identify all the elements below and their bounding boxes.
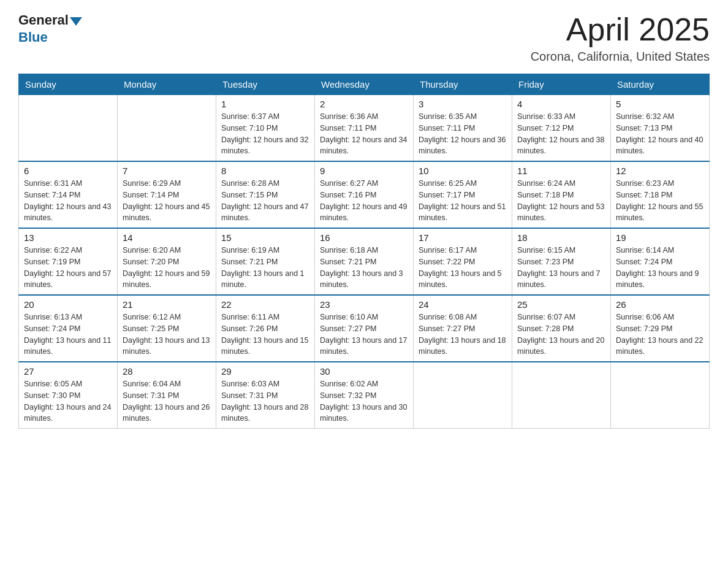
cell-sun-info: Sunrise: 6:15 AMSunset: 7:23 PMDaylight:…: [517, 245, 605, 291]
cell-day-number: 7: [123, 166, 211, 176]
calendar-cell: [611, 362, 710, 429]
calendar-week-row: 1Sunrise: 6:37 AMSunset: 7:10 PMDaylight…: [19, 95, 710, 162]
calendar-cell: 29Sunrise: 6:03 AMSunset: 7:31 PMDayligh…: [216, 362, 315, 429]
cell-sun-info: Sunrise: 6:35 AMSunset: 7:11 PMDaylight:…: [419, 111, 507, 157]
calendar-header-row: SundayMondayTuesdayWednesdayThursdayFrid…: [19, 74, 710, 95]
cell-day-number: 4: [517, 99, 605, 109]
cell-sun-info: Sunrise: 6:17 AMSunset: 7:22 PMDaylight:…: [419, 245, 507, 291]
calendar-cell: 7Sunrise: 6:29 AMSunset: 7:14 PMDaylight…: [118, 161, 216, 228]
cell-day-number: 15: [221, 232, 309, 243]
calendar-cell: 15Sunrise: 6:19 AMSunset: 7:21 PMDayligh…: [216, 228, 315, 295]
calendar-cell: 21Sunrise: 6:12 AMSunset: 7:25 PMDayligh…: [118, 295, 216, 362]
calendar-cell: 22Sunrise: 6:11 AMSunset: 7:26 PMDayligh…: [216, 295, 315, 362]
logo: General Blue: [18, 12, 82, 45]
day-header-thursday: Thursday: [414, 74, 512, 95]
cell-sun-info: Sunrise: 6:18 AMSunset: 7:21 PMDaylight:…: [320, 245, 408, 291]
calendar-week-row: 6Sunrise: 6:31 AMSunset: 7:14 PMDaylight…: [19, 161, 710, 228]
cell-day-number: 17: [419, 232, 507, 243]
cell-sun-info: Sunrise: 6:24 AMSunset: 7:18 PMDaylight:…: [517, 178, 605, 224]
calendar-cell: 24Sunrise: 6:08 AMSunset: 7:27 PMDayligh…: [414, 295, 512, 362]
calendar-cell: 14Sunrise: 6:20 AMSunset: 7:20 PMDayligh…: [118, 228, 216, 295]
calendar-cell: 26Sunrise: 6:06 AMSunset: 7:29 PMDayligh…: [611, 295, 710, 362]
calendar-cell: 27Sunrise: 6:05 AMSunset: 7:30 PMDayligh…: [19, 362, 118, 429]
cell-day-number: 27: [24, 366, 112, 377]
calendar-cell: 20Sunrise: 6:13 AMSunset: 7:24 PMDayligh…: [19, 295, 118, 362]
calendar-cell: 25Sunrise: 6:07 AMSunset: 7:28 PMDayligh…: [512, 295, 611, 362]
cell-day-number: 18: [517, 232, 605, 243]
logo-blue-text: Blue: [18, 29, 48, 45]
cell-day-number: 6: [24, 166, 112, 176]
cell-day-number: 14: [123, 232, 211, 243]
cell-sun-info: Sunrise: 6:37 AMSunset: 7:10 PMDaylight:…: [221, 111, 309, 157]
cell-day-number: 10: [419, 166, 507, 176]
cell-sun-info: Sunrise: 6:29 AMSunset: 7:14 PMDaylight:…: [123, 178, 211, 224]
calendar-cell: 16Sunrise: 6:18 AMSunset: 7:21 PMDayligh…: [315, 228, 414, 295]
cell-day-number: 25: [517, 299, 605, 310]
cell-sun-info: Sunrise: 6:22 AMSunset: 7:19 PMDaylight:…: [24, 245, 112, 291]
cell-sun-info: Sunrise: 6:06 AMSunset: 7:29 PMDaylight:…: [616, 312, 704, 358]
cell-sun-info: Sunrise: 6:25 AMSunset: 7:17 PMDaylight:…: [419, 178, 507, 224]
cell-sun-info: Sunrise: 6:12 AMSunset: 7:25 PMDaylight:…: [123, 312, 211, 358]
calendar-table: SundayMondayTuesdayWednesdayThursdayFrid…: [18, 74, 710, 429]
calendar-cell: 3Sunrise: 6:35 AMSunset: 7:11 PMDaylight…: [414, 95, 512, 162]
calendar-cell: 6Sunrise: 6:31 AMSunset: 7:14 PMDaylight…: [19, 161, 118, 228]
logo-general-text: General: [18, 12, 69, 28]
calendar-cell: 19Sunrise: 6:14 AMSunset: 7:24 PMDayligh…: [611, 228, 710, 295]
cell-sun-info: Sunrise: 6:04 AMSunset: 7:31 PMDaylight:…: [123, 378, 211, 424]
cell-day-number: 28: [123, 366, 211, 377]
cell-sun-info: Sunrise: 6:28 AMSunset: 7:15 PMDaylight:…: [221, 178, 309, 224]
calendar-cell: 23Sunrise: 6:10 AMSunset: 7:27 PMDayligh…: [315, 295, 414, 362]
calendar-cell: [512, 362, 611, 429]
cell-day-number: 12: [616, 166, 704, 176]
calendar-cell: 8Sunrise: 6:28 AMSunset: 7:15 PMDaylight…: [216, 161, 315, 228]
cell-day-number: 23: [320, 299, 408, 310]
day-header-wednesday: Wednesday: [315, 74, 414, 95]
cell-day-number: 3: [419, 99, 507, 109]
cell-sun-info: Sunrise: 6:10 AMSunset: 7:27 PMDaylight:…: [320, 312, 408, 358]
calendar-cell: 13Sunrise: 6:22 AMSunset: 7:19 PMDayligh…: [19, 228, 118, 295]
cell-day-number: 11: [517, 166, 605, 176]
calendar-cell: 12Sunrise: 6:23 AMSunset: 7:18 PMDayligh…: [611, 161, 710, 228]
day-header-friday: Friday: [512, 74, 611, 95]
title-area: April 2025 Corona, California, United St…: [531, 12, 710, 64]
cell-sun-info: Sunrise: 6:02 AMSunset: 7:32 PMDaylight:…: [320, 378, 408, 424]
calendar-cell: 9Sunrise: 6:27 AMSunset: 7:16 PMDaylight…: [315, 161, 414, 228]
cell-sun-info: Sunrise: 6:32 AMSunset: 7:13 PMDaylight:…: [616, 111, 704, 157]
day-header-sunday: Sunday: [19, 74, 118, 95]
cell-day-number: 5: [616, 99, 704, 109]
cell-sun-info: Sunrise: 6:14 AMSunset: 7:24 PMDaylight:…: [616, 245, 704, 291]
calendar-cell: 10Sunrise: 6:25 AMSunset: 7:17 PMDayligh…: [414, 161, 512, 228]
cell-day-number: 8: [221, 166, 309, 176]
calendar-cell: 17Sunrise: 6:17 AMSunset: 7:22 PMDayligh…: [414, 228, 512, 295]
cell-sun-info: Sunrise: 6:20 AMSunset: 7:20 PMDaylight:…: [123, 245, 211, 291]
cell-sun-info: Sunrise: 6:03 AMSunset: 7:31 PMDaylight:…: [221, 378, 309, 424]
calendar-cell: 30Sunrise: 6:02 AMSunset: 7:32 PMDayligh…: [315, 362, 414, 429]
cell-day-number: 16: [320, 232, 408, 243]
cell-sun-info: Sunrise: 6:36 AMSunset: 7:11 PMDaylight:…: [320, 111, 408, 157]
cell-day-number: 1: [221, 99, 309, 109]
cell-day-number: 30: [320, 366, 408, 377]
calendar-cell: 5Sunrise: 6:32 AMSunset: 7:13 PMDaylight…: [611, 95, 710, 162]
cell-sun-info: Sunrise: 6:13 AMSunset: 7:24 PMDaylight:…: [24, 312, 112, 358]
cell-day-number: 19: [616, 232, 704, 243]
calendar-cell: 11Sunrise: 6:24 AMSunset: 7:18 PMDayligh…: [512, 161, 611, 228]
cell-sun-info: Sunrise: 6:07 AMSunset: 7:28 PMDaylight:…: [517, 312, 605, 358]
calendar-title: April 2025: [531, 12, 710, 47]
calendar-cell: 1Sunrise: 6:37 AMSunset: 7:10 PMDaylight…: [216, 95, 315, 162]
cell-sun-info: Sunrise: 6:19 AMSunset: 7:21 PMDaylight:…: [221, 245, 309, 291]
cell-sun-info: Sunrise: 6:27 AMSunset: 7:16 PMDaylight:…: [320, 178, 408, 224]
cell-sun-info: Sunrise: 6:33 AMSunset: 7:12 PMDaylight:…: [517, 111, 605, 157]
calendar-cell: 4Sunrise: 6:33 AMSunset: 7:12 PMDaylight…: [512, 95, 611, 162]
day-header-monday: Monday: [118, 74, 216, 95]
cell-day-number: 29: [221, 366, 309, 377]
calendar-week-row: 13Sunrise: 6:22 AMSunset: 7:19 PMDayligh…: [19, 228, 710, 295]
calendar-week-row: 20Sunrise: 6:13 AMSunset: 7:24 PMDayligh…: [19, 295, 710, 362]
calendar-cell: 28Sunrise: 6:04 AMSunset: 7:31 PMDayligh…: [118, 362, 216, 429]
day-header-tuesday: Tuesday: [216, 74, 315, 95]
page-header: General Blue April 2025 Corona, Californ…: [18, 12, 710, 64]
calendar-cell: [19, 95, 118, 162]
cell-sun-info: Sunrise: 6:11 AMSunset: 7:26 PMDaylight:…: [221, 312, 309, 358]
cell-day-number: 22: [221, 299, 309, 310]
cell-sun-info: Sunrise: 6:31 AMSunset: 7:14 PMDaylight:…: [24, 178, 112, 224]
calendar-cell: [414, 362, 512, 429]
